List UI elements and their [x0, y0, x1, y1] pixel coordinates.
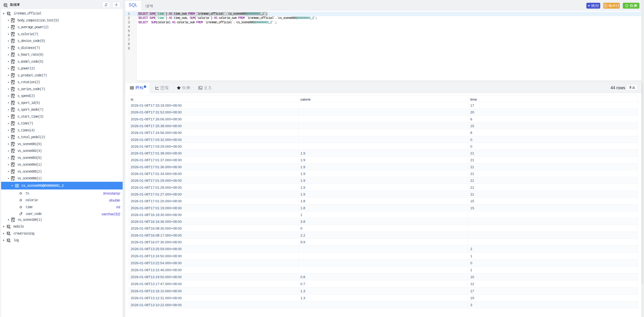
svg-text:S: S: [13, 171, 14, 174]
svg-text:i: i: [145, 86, 145, 88]
svg-text:S: S: [13, 75, 14, 77]
svg-text:S: S: [13, 55, 14, 57]
svg-text:S: S: [13, 116, 14, 119]
svg-text:S: S: [13, 96, 14, 98]
svg-text:S: S: [13, 103, 14, 105]
svg-text:S: S: [13, 68, 14, 71]
svg-text:S: S: [13, 27, 14, 29]
svg-text:S: S: [13, 144, 14, 146]
svg-text:S: S: [13, 123, 14, 126]
svg-text:S: S: [13, 130, 14, 132]
svg-text:S: S: [13, 178, 14, 180]
svg-text:S: S: [13, 20, 14, 22]
svg-text:S: S: [13, 158, 14, 160]
svg-text:S: S: [13, 89, 14, 91]
svg-text:S: S: [13, 61, 14, 64]
svg-text:S: S: [13, 41, 14, 43]
svg-text:S: S: [13, 110, 14, 112]
svg-text:S: S: [13, 34, 14, 36]
svg-text:S: S: [13, 137, 14, 139]
svg-text:S: S: [13, 219, 15, 222]
svg-text:S: S: [13, 82, 14, 84]
svg-text:S: S: [13, 151, 14, 153]
svg-text:S: S: [13, 48, 14, 50]
svg-text:S: S: [13, 165, 14, 167]
